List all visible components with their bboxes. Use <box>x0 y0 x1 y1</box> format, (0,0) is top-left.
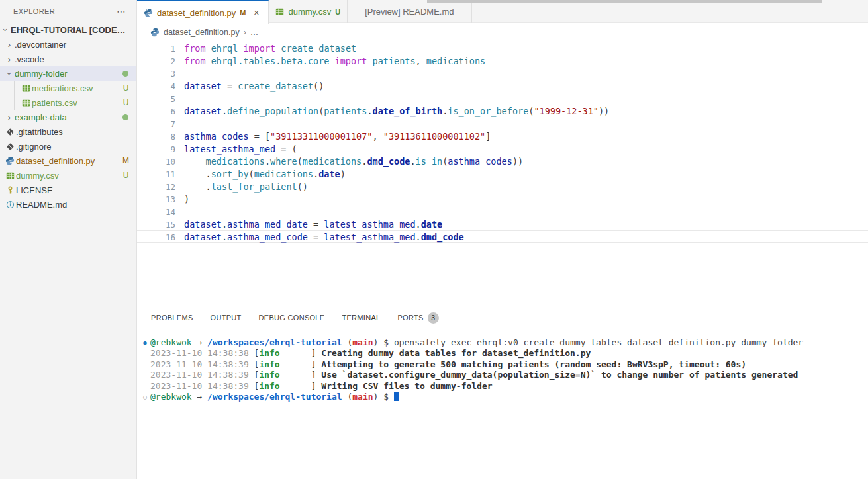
code-line-6[interactable]: 6dataset.define_population(patients.date… <box>137 105 868 118</box>
panel-tab-ports[interactable]: PORTS3 <box>397 306 438 329</box>
terminal-text: @rebkwok → /workspaces/ehrql-tutorial (m… <box>150 392 399 402</box>
terminal-text: @rebkwok → /workspaces/ehrql-tutorial (m… <box>150 337 803 348</box>
tree-root-folder[interactable]: EHRQL-TUTORIAL [CODESPACES:... <box>0 22 136 37</box>
tab-dataset-definition-py[interactable]: dataset_definition.pyM× <box>137 0 269 24</box>
panel-tab-output[interactable]: OUTPUT <box>211 306 242 329</box>
tree-item-license[interactable]: LICENSE <box>0 183 136 197</box>
code-line-1[interactable]: 1from ehrql import create_dataset <box>137 42 868 55</box>
terminal-token: ] <box>280 370 322 380</box>
tree-item-patients-csv[interactable]: patients.csvU <box>0 95 136 110</box>
line-number[interactable]: 4 <box>137 80 175 93</box>
terminal-token: ] <box>280 348 322 358</box>
tree-item-dummy-folder[interactable]: dummy-folder <box>0 66 136 81</box>
terminal-prompt-line: ○@rebkwok → /workspaces/ehrql-tutorial (… <box>140 392 868 402</box>
code-text: dataset.asthma_med_code = latest_asthma_… <box>175 231 464 242</box>
terminal-log-line: 2023-11-10 14:38:39 [info ] Writing CSV … <box>140 381 868 392</box>
tab-dummy-csv[interactable]: dummy.csvU <box>269 0 348 23</box>
code-token: dataset <box>184 106 222 116</box>
tree-item--gitattributes[interactable]: .gitattributes <box>0 124 136 139</box>
tree-item-dummy-csv[interactable]: dummy.csvU <box>0 168 136 183</box>
line-number[interactable]: 12 <box>137 181 175 193</box>
breadcrumb-file[interactable]: dataset_definition.py <box>164 28 240 37</box>
code-line-12[interactable]: 12 .last_for_patient() <box>137 181 868 193</box>
code-line-3[interactable]: 3 <box>137 67 868 80</box>
code-token: is_in <box>416 156 443 167</box>
tree-item--devcontainer[interactable]: .devcontainer <box>0 37 136 52</box>
code-token: medications <box>206 156 265 167</box>
panel-tab-label: PORTS <box>397 314 423 322</box>
csv-file-icon <box>20 84 32 93</box>
line-number[interactable]: 5 <box>137 93 175 105</box>
code-editor[interactable]: 1from ehrql import create_dataset2from e… <box>137 41 868 306</box>
panel-tab-terminal[interactable]: TERMINAL <box>342 306 380 329</box>
code-line-5[interactable]: 5 <box>137 93 868 105</box>
code-text <box>175 118 184 130</box>
tree-item-label: .vscode <box>15 54 131 64</box>
tab-scrollbar-thumb[interactable] <box>427 0 822 3</box>
line-number[interactable]: 16 <box>137 231 175 242</box>
code-token: = [ <box>249 131 271 142</box>
command-decoration-icon[interactable]: ● <box>140 337 150 348</box>
code-line-10[interactable]: 10 medications.where(medications.dmd_cod… <box>137 155 868 168</box>
code-token: dataset <box>184 232 222 242</box>
code-token: . <box>222 106 227 116</box>
panel-tab-debug-console[interactable]: DEBUG CONSOLE <box>259 306 325 329</box>
code-token: import <box>243 43 275 54</box>
tab-label: [Preview] README.md <box>365 7 454 17</box>
tree-indent-guide <box>14 95 15 110</box>
code-line-9[interactable]: 9latest_asthma_med = ( <box>137 143 868 155</box>
breadcrumb-more[interactable]: … <box>250 28 259 37</box>
line-number[interactable]: 1 <box>137 42 175 55</box>
code-line-4[interactable]: 4dataset = create_dataset() <box>137 80 868 93</box>
line-number[interactable]: 2 <box>137 55 175 67</box>
panel-tab-problems[interactable]: PROBLEMS <box>151 306 193 329</box>
line-number[interactable]: 9 <box>137 143 175 155</box>
code-line-7[interactable]: 7 <box>137 118 868 130</box>
line-number[interactable]: 6 <box>137 105 175 118</box>
code-line-13[interactable]: 13) <box>137 193 868 206</box>
chevron-right-icon <box>4 54 15 64</box>
code-token: . <box>222 219 227 230</box>
panel-tab-label: TERMINAL <box>342 314 380 322</box>
line-number[interactable]: 14 <box>137 206 175 218</box>
tree-item--vscode[interactable]: .vscode <box>0 52 136 66</box>
code-line-15[interactable]: 15dataset.asthma_med_date = latest_asthm… <box>137 218 868 231</box>
terminal-token: info <box>259 370 279 380</box>
tree-item-readme-md[interactable]: README.md <box>0 197 136 212</box>
code-text: dataset = create_dataset() <box>175 80 324 93</box>
line-number[interactable]: 15 <box>137 218 175 231</box>
code-token: , <box>373 131 383 142</box>
code-line-2[interactable]: 2from ehrql.tables.beta.core import pati… <box>137 55 868 67</box>
terminal-token: Attempting to generate 500 matching pati… <box>321 359 746 369</box>
python-icon <box>150 28 160 37</box>
tree-item-medications-csv[interactable]: medications.csvU <box>0 81 136 95</box>
code-line-8[interactable]: 8asthma_codes = ["39113311000001107", "3… <box>137 130 868 143</box>
code-token: ehrql.tables.beta.core <box>211 56 330 66</box>
more-actions-icon[interactable]: ⋯ <box>117 6 127 17</box>
line-number[interactable]: 13 <box>137 193 175 206</box>
line-number[interactable]: 11 <box>137 168 175 181</box>
code-token: medications <box>303 156 362 167</box>
code-token: is_on_or_before <box>448 106 528 116</box>
line-number[interactable]: 10 <box>137 155 175 168</box>
chevron-right-icon <box>4 40 15 50</box>
code-line-11[interactable]: 11 .sort_by(medications.date) <box>137 168 868 181</box>
code-token: from <box>184 43 206 54</box>
tree-item-example-data[interactable]: example-data <box>0 110 136 124</box>
code-token: date <box>421 219 443 230</box>
line-number[interactable]: 8 <box>137 130 175 143</box>
breadcrumb[interactable]: dataset_definition.py › … <box>137 23 868 41</box>
terminal-output[interactable]: ●@rebkwok → /workspaces/ehrql-tutorial (… <box>137 329 868 479</box>
code-token: asthma_med_code <box>227 232 308 242</box>
code-line-16[interactable]: 16dataset.asthma_med_code = latest_asthm… <box>137 230 868 243</box>
terminal-log-line: 2023-11-10 14:38:38 [info ] Creating dum… <box>140 348 868 359</box>
line-number[interactable]: 3 <box>137 67 175 80</box>
tree-item--gitignore[interactable]: .gitignore <box>0 139 136 153</box>
command-decoration-icon[interactable]: ○ <box>140 392 150 402</box>
code-line-14[interactable]: 14 <box>137 206 868 218</box>
chevron-down-icon <box>4 69 15 79</box>
tab--preview-readme-md[interactable]: [Preview] README.md <box>348 0 471 23</box>
line-number[interactable]: 7 <box>137 118 175 130</box>
tree-item-dataset-definition-py[interactable]: dataset_definition.pyM <box>0 153 136 168</box>
close-icon[interactable]: × <box>251 7 262 18</box>
